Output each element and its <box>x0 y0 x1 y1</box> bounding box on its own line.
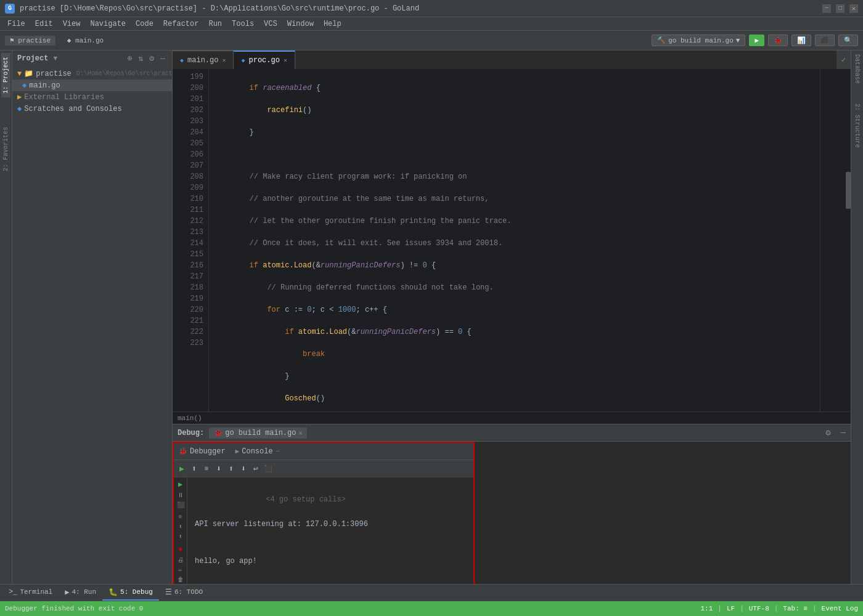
main-go-tab-close[interactable]: ✕ <box>222 57 226 64</box>
status-position[interactable]: 1:1 <box>701 605 713 612</box>
menu-edit[interactable]: Edit <box>30 18 58 30</box>
menu-help[interactable]: Help <box>319 18 346 30</box>
debug-gear-btn[interactable]: ⚙ <box>825 428 830 438</box>
status-event-log[interactable]: Event Log <box>822 605 858 612</box>
debug-button[interactable]: 🐞 <box>768 34 788 46</box>
debug-back-btn[interactable]: ↩ <box>250 463 261 474</box>
status-encoding[interactable]: UTF-8 <box>749 605 769 612</box>
code-line-212: } <box>214 371 815 382</box>
editor-minimap[interactable] <box>820 69 851 411</box>
editor-status-line: main() <box>173 411 851 424</box>
debug-gutter-breakpoint[interactable]: ● <box>178 545 182 554</box>
debug-gutter-down[interactable]: ⬇ <box>178 523 182 530</box>
menu-view[interactable]: View <box>58 18 86 30</box>
debug-gutter-stop[interactable]: ⬛ <box>177 501 184 509</box>
panel-locate-btn[interactable]: ⊕ <box>126 53 134 64</box>
run-button[interactable]: ▶ <box>749 34 764 46</box>
debug-run-to-cursor-btn[interactable]: ⬆ <box>226 463 237 474</box>
bottom-tab-run[interactable]: ▶ 4: Run <box>59 585 102 601</box>
proc-go-tab-close[interactable]: ✕ <box>284 57 287 64</box>
debug-step-out-btn[interactable]: ⬇ <box>213 463 224 474</box>
debug-area: Debug: 🐞 go build main.go ✕ ⚙ ─ <box>173 424 851 584</box>
debug-minimize-btn[interactable]: ─ <box>841 428 846 438</box>
right-tab-strip: Database 2: Structure <box>851 51 863 584</box>
stop-button[interactable]: ⬛ <box>815 34 835 46</box>
debug-step-in-btn[interactable]: ≡ <box>201 463 212 474</box>
debug-session-close[interactable]: ✕ <box>298 429 302 437</box>
app-icon: G <box>5 4 15 14</box>
debug-session-tab[interactable]: 🐞 go build main.go ✕ <box>209 428 307 439</box>
debug-gutter-delete[interactable]: 🗑 <box>178 576 184 583</box>
window-controls[interactable]: ─ □ ✕ <box>822 4 858 13</box>
debug-tab-debugger[interactable]: 🐞 Debugger <box>176 446 228 457</box>
search-button[interactable]: 🔍 <box>838 34 858 46</box>
code-line-208: // Running deferred functions should not… <box>214 282 815 293</box>
bottom-tab-terminal[interactable]: >_ Terminal <box>2 585 59 601</box>
tree-item-scratches[interactable]: ◆ Scratches and Consoles <box>12 103 172 115</box>
close-button[interactable]: ✕ <box>849 4 858 13</box>
go-file-icon: ◆ <box>22 81 27 90</box>
right-tab-database[interactable]: Database <box>853 51 862 87</box>
menu-window[interactable]: Window <box>282 18 319 30</box>
menu-code[interactable]: Code <box>131 18 158 30</box>
build-selector[interactable]: 🔨 go build main.go ▼ <box>652 34 745 46</box>
left-tab-strip: 1: Project 2: Favorites <box>0 51 12 584</box>
menu-run[interactable]: Run <box>203 18 227 30</box>
minimize-button[interactable]: ─ <box>822 4 831 13</box>
top-tab-practise[interactable]: ⚑ practise <box>5 36 55 46</box>
debug-gutter-edit[interactable]: ✏ <box>178 566 182 573</box>
breakpoint-gutter <box>173 69 181 411</box>
left-tab-favorites[interactable]: 2: Favorites <box>1 123 10 175</box>
debug-stop-btn[interactable]: ⬛ <box>263 463 274 474</box>
bottom-tab-debug[interactable]: 🐛 5: Debug <box>102 585 159 601</box>
debug-resume-btn[interactable]: ▶ <box>176 463 187 474</box>
right-tab-structure[interactable]: 2: Structure <box>853 100 862 152</box>
panel-settings-btn[interactable]: ⚙ <box>147 53 156 64</box>
line-num-203: 203 <box>181 116 203 127</box>
tab-proc-go[interactable]: ◆ proc.go ✕ <box>234 51 295 69</box>
editor-function-name: main() <box>178 415 202 422</box>
debug-right-area <box>475 442 851 584</box>
menu-navigate[interactable]: Navigate <box>85 18 131 30</box>
debug-gutter-list[interactable]: ≡ <box>178 514 182 521</box>
panel-sort-btn[interactable]: ⇅ <box>137 53 145 64</box>
status-line-ending[interactable]: LF <box>727 605 735 612</box>
debug-gutter-pause[interactable]: ⏸ <box>178 492 184 499</box>
top-tab-main-go[interactable]: ◆ main.go <box>62 36 108 46</box>
menu-file[interactable]: File <box>2 18 30 30</box>
code-body[interactable]: if raceenabled { racefini() } // Make ra… <box>209 69 820 411</box>
project-dropdown-icon[interactable]: ▼ <box>53 55 57 62</box>
ext-libs-label: External Libraries <box>24 93 104 102</box>
line-num-216: 216 <box>181 260 203 271</box>
debug-output-line2: API server listening at: 127.0.0.1:3096 <box>195 518 466 530</box>
maximize-button[interactable]: □ <box>836 4 845 13</box>
status-tab[interactable]: Tab: ≡ <box>783 605 808 612</box>
code-line-210: if atomic.Load(&runningPanicDefers) == 0… <box>214 326 815 338</box>
project-panel: Project ▼ ⊕ ⇅ ⚙ ─ ▼ 📁 practise D:\Home\R… <box>12 51 173 584</box>
menu-vcs[interactable]: VCS <box>259 18 282 30</box>
menu-tools[interactable]: Tools <box>227 18 259 30</box>
line-num-207: 207 <box>181 160 203 171</box>
debug-gutter-print[interactable]: 🖨 <box>178 556 184 564</box>
menu-refactor[interactable]: Refactor <box>158 18 204 30</box>
debug-session-icon: 🐞 <box>214 429 223 437</box>
tree-item-root[interactable]: ▼ 📁 practise D:\Home\Repos\Go\src\practi… <box>12 68 172 79</box>
code-content: 199 200 201 202 203 204 205 206 207 208 … <box>173 69 851 411</box>
code-line-202 <box>214 149 815 160</box>
tree-item-main-go[interactable]: ◆ main.go <box>12 79 172 91</box>
debug-evaluate-btn[interactable]: ⬇ <box>238 463 249 474</box>
scrollbar-thumb[interactable] <box>846 172 851 209</box>
bottom-tab-todo[interactable]: ☰ 6: TODO <box>159 585 209 601</box>
coverage-button[interactable]: 📊 <box>791 34 811 46</box>
title-bar: G practise [D:\Home\Repos\Go\src\practis… <box>0 0 863 17</box>
debugger-icon: 🐞 <box>179 447 187 455</box>
tab-main-go[interactable]: ◆ main.go ✕ <box>173 51 234 69</box>
debug-step-over-btn[interactable]: ⬆ <box>189 463 200 474</box>
debug-gutter-resume[interactable]: ▶ <box>178 480 182 489</box>
panel-close-btn[interactable]: ─ <box>158 54 167 64</box>
tree-item-ext-libs[interactable]: ▶ External Libraries <box>12 91 172 103</box>
debug-gutter-up[interactable]: ⬆ <box>178 533 182 540</box>
status-bar: Debugger finished with exit code 0 1:1 |… <box>0 601 863 616</box>
left-tab-project[interactable]: 1: Project <box>1 53 10 97</box>
debug-tab-console[interactable]: ▶ Console → <box>231 446 284 457</box>
